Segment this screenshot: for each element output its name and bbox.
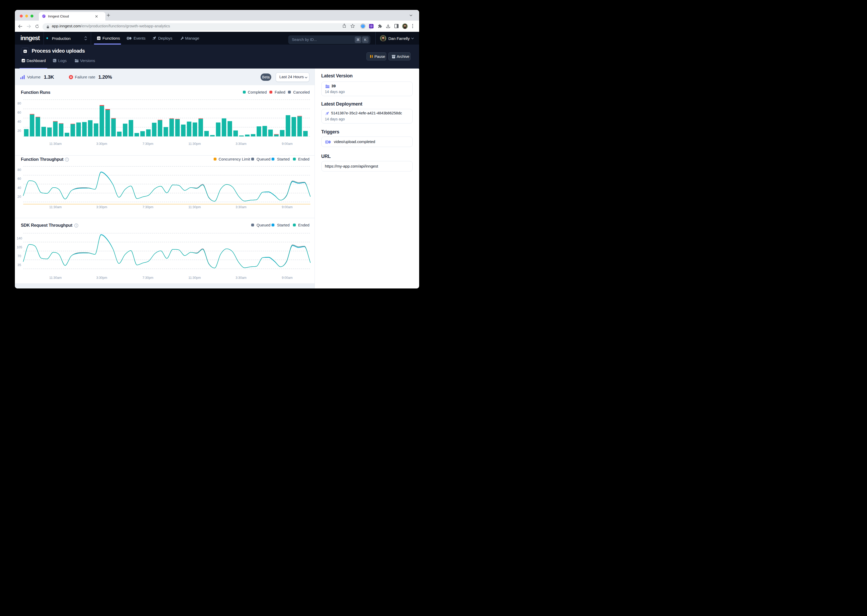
svg-text:105: 105 <box>17 245 22 249</box>
svg-text:35: 35 <box>17 263 21 267</box>
svg-text:3:30am: 3:30am <box>235 142 246 146</box>
svg-text:60: 60 <box>17 110 21 114</box>
svg-text:3:30pm: 3:30pm <box>96 142 107 146</box>
svg-text:7:30pm: 7:30pm <box>142 276 153 279</box>
svg-text:11:30am: 11:30am <box>49 205 62 209</box>
svg-text:60: 60 <box>17 177 21 181</box>
svg-text:140: 140 <box>17 237 22 240</box>
svg-text:9:00am: 9:00am <box>282 205 293 209</box>
svg-text:11:30pm: 11:30pm <box>188 142 201 146</box>
svg-text:80: 80 <box>17 168 21 171</box>
svg-text:7:30pm: 7:30pm <box>142 205 153 209</box>
svg-text:20: 20 <box>17 129 21 132</box>
svg-text:40: 40 <box>17 186 21 189</box>
svg-text:3:30am: 3:30am <box>235 205 246 209</box>
svg-text:80: 80 <box>17 101 21 105</box>
svg-text:11:30am: 11:30am <box>49 276 62 279</box>
svg-text:40: 40 <box>17 119 21 123</box>
svg-text:3:30pm: 3:30pm <box>96 276 107 279</box>
svg-text:7:30pm: 7:30pm <box>142 142 153 146</box>
svg-text:3:30am: 3:30am <box>235 276 246 279</box>
svg-text:20: 20 <box>17 195 21 198</box>
svg-text:9:00am: 9:00am <box>282 142 293 146</box>
svg-text:9:00am: 9:00am <box>282 276 293 279</box>
svg-text:11:30pm: 11:30pm <box>188 276 201 279</box>
svg-text:11:30pm: 11:30pm <box>188 205 201 209</box>
svg-text:70: 70 <box>17 254 21 258</box>
svg-text:11:30am: 11:30am <box>49 142 62 146</box>
svg-text:3:30pm: 3:30pm <box>96 205 107 209</box>
